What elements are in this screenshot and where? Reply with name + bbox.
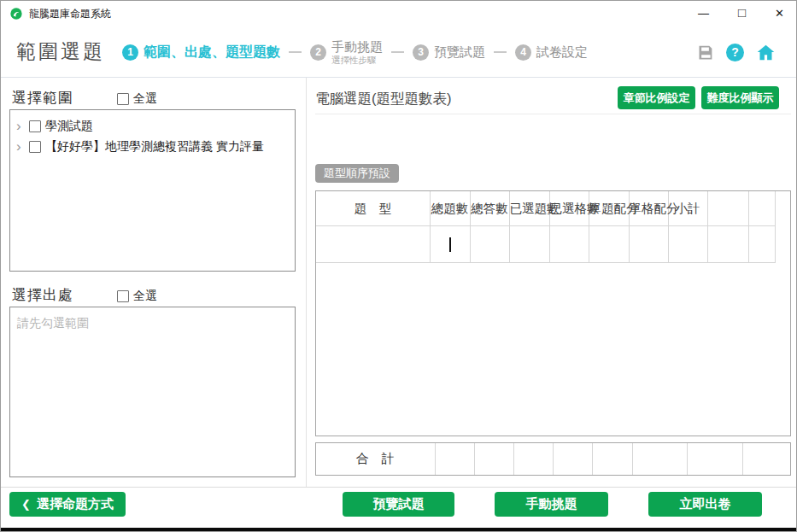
- step-2-manual-pick[interactable]: 2 手動挑題 選擇性步驟: [310, 39, 383, 64]
- tree-item-geography-review[interactable]: › 【好好學】地理學測總複習講義 實力評量: [15, 137, 290, 157]
- source-section-title: 選擇出處: [12, 285, 73, 305]
- total-label-cell: 合 計: [316, 443, 435, 475]
- source-placeholder: 請先勾選範圍: [10, 307, 295, 340]
- total-row: 合 計: [316, 443, 790, 475]
- checkbox-icon[interactable]: [117, 93, 129, 105]
- question-type-table-container: 題 型 總題數 總答數 已選題數 已選格數 單題配分 單格配分 小計: [315, 190, 791, 436]
- chevron-right-icon[interactable]: ›: [16, 122, 25, 131]
- app-window: 龍騰題庫命題系統 — □ ✕ 範圍選題 1 範圍、出處、題型題數 2 手動挑題 …: [0, 0, 797, 532]
- cell-selected-blanks[interactable]: [549, 226, 589, 263]
- col-header-blank: [707, 191, 748, 226]
- step-1-range[interactable]: 1 範圍、出處、題型題數: [122, 44, 280, 61]
- back-to-mode-select-button[interactable]: ❮ 選擇命題方式: [9, 492, 126, 517]
- chevron-right-icon[interactable]: ›: [16, 143, 25, 151]
- step-3-badge: 3: [413, 44, 429, 61]
- create-paper-button[interactable]: 立即出卷: [648, 492, 762, 517]
- table-header-row: 題 型 總題數 總答數 已選題數 已選格數 單題配分 單格配分 小計: [316, 191, 775, 226]
- range-select-all[interactable]: 全選: [117, 91, 157, 107]
- step-2-sublabel: 選擇性步驟: [331, 55, 383, 65]
- maximize-icon[interactable]: □: [738, 0, 746, 26]
- cell-total-answers[interactable]: [470, 226, 509, 263]
- total-table: 合 計: [316, 443, 790, 475]
- table-row: [316, 226, 775, 263]
- total-cell: [687, 443, 742, 475]
- total-cell: [435, 443, 474, 475]
- tree-item-exam-questions[interactable]: › 學測試題: [15, 116, 290, 137]
- cell-blank: [707, 226, 748, 263]
- range-select-all-label: 全選: [133, 91, 157, 107]
- source-select-all-label: 全選: [133, 289, 157, 304]
- panel-divider: [306, 78, 307, 487]
- col-header-question-type: 題 型: [316, 191, 430, 226]
- col-header-total-questions: 總題數: [430, 191, 470, 226]
- step-4-label: 試卷設定: [536, 44, 588, 61]
- cell-points-per-question[interactable]: [589, 226, 629, 263]
- chevron-left-icon: ❮: [21, 498, 31, 511]
- step-1-badge: 1: [122, 44, 138, 61]
- title-bar: 龍騰題庫命題系統 — □ ✕: [1, 1, 796, 26]
- page-title: 範圍選題: [16, 38, 105, 65]
- total-cell: [553, 443, 592, 475]
- checkbox-icon[interactable]: [117, 290, 129, 302]
- total-cell: [632, 443, 687, 475]
- right-panel-separator: [315, 114, 791, 114]
- manual-pick-button[interactable]: 手動挑題: [495, 492, 608, 517]
- checkbox-icon[interactable]: [29, 141, 41, 153]
- step-2-label: 手動挑題: [331, 39, 383, 54]
- cell-total-questions[interactable]: [430, 226, 470, 263]
- col-header-selected-questions: 已選題數: [509, 191, 549, 226]
- range-section-title: 選擇範圍: [12, 88, 73, 108]
- cell-points-per-blank[interactable]: [629, 226, 668, 263]
- col-header-selected-blanks: 已選格數: [549, 191, 589, 226]
- wizard-header: 範圍選題 1 範圍、出處、題型題數 2 手動挑題 選擇性步驟 3 預覽試題 4: [1, 26, 796, 78]
- checkbox-icon[interactable]: [29, 120, 41, 132]
- total-row-container: 合 計: [315, 442, 791, 476]
- range-tree: › 學測試題 › 【好好學】地理學測總複習講義 實力評量: [9, 109, 296, 272]
- step-4-badge: 4: [515, 44, 531, 61]
- total-cell: [742, 443, 790, 475]
- window-controls: — □ ✕: [698, 1, 784, 26]
- col-header-points-per-question: 單題配分: [589, 191, 629, 226]
- tree-item-label: 【好好學】地理學測總複習講義 實力評量: [45, 139, 264, 155]
- step-connector: [289, 51, 302, 53]
- header-icons: ?: [696, 26, 776, 78]
- source-select-all[interactable]: 全選: [117, 289, 157, 304]
- bottom-edge-strip: [1, 528, 796, 532]
- wizard-steps: 1 範圍、出處、題型題數 2 手動挑題 選擇性步驟 3 預覽試題 4 試卷設定: [122, 26, 588, 78]
- preview-questions-button[interactable]: 預覽試題: [343, 492, 454, 517]
- difficulty-ratio-button[interactable]: 難度比例顯示: [701, 86, 779, 109]
- col-header-blank: [748, 191, 775, 226]
- total-cell: [513, 443, 553, 475]
- step-4-paper-settings[interactable]: 4 試卷設定: [515, 44, 588, 61]
- back-button-label: 選擇命題方式: [37, 496, 114, 512]
- computer-pick-title: 電腦選題(題型題數表): [315, 90, 452, 108]
- help-icon[interactable]: ?: [726, 44, 744, 61]
- step-3-preview[interactable]: 3 預覽試題: [413, 44, 485, 61]
- home-icon[interactable]: [756, 43, 776, 62]
- app-title: 龍騰題庫命題系統: [29, 7, 111, 21]
- cell-question-type[interactable]: [316, 226, 430, 263]
- cell-subtotal[interactable]: [668, 226, 707, 263]
- save-icon[interactable]: [696, 44, 714, 61]
- chapter-ratio-button[interactable]: 章節比例設定: [618, 86, 695, 109]
- step-connector: [391, 51, 404, 53]
- source-list: 請先勾選範圍: [9, 307, 296, 477]
- close-icon[interactable]: ✕: [775, 1, 784, 26]
- total-cell: [592, 443, 632, 475]
- question-type-table: 題 型 總題數 總答數 已選題數 已選格數 單題配分 單格配分 小計: [316, 191, 776, 263]
- tree-item-label: 學測試題: [45, 119, 93, 134]
- col-header-points-per-blank: 單格配分: [629, 191, 668, 226]
- total-cell: [474, 443, 513, 475]
- col-header-total-answers: 總答數: [470, 191, 509, 226]
- step-1-label: 範圍、出處、題型題數: [144, 44, 280, 61]
- question-order-badge[interactable]: 題型順序預設: [315, 164, 399, 183]
- cell-blank: [748, 226, 775, 263]
- step-3-label: 預覽試題: [434, 44, 485, 61]
- step-connector: [494, 51, 507, 53]
- minimize-icon[interactable]: —: [698, 1, 709, 26]
- cell-selected-questions[interactable]: [509, 226, 549, 263]
- step-2-badge: 2: [310, 44, 326, 61]
- text-caret: [449, 237, 451, 252]
- app-logo-icon: [9, 7, 23, 20]
